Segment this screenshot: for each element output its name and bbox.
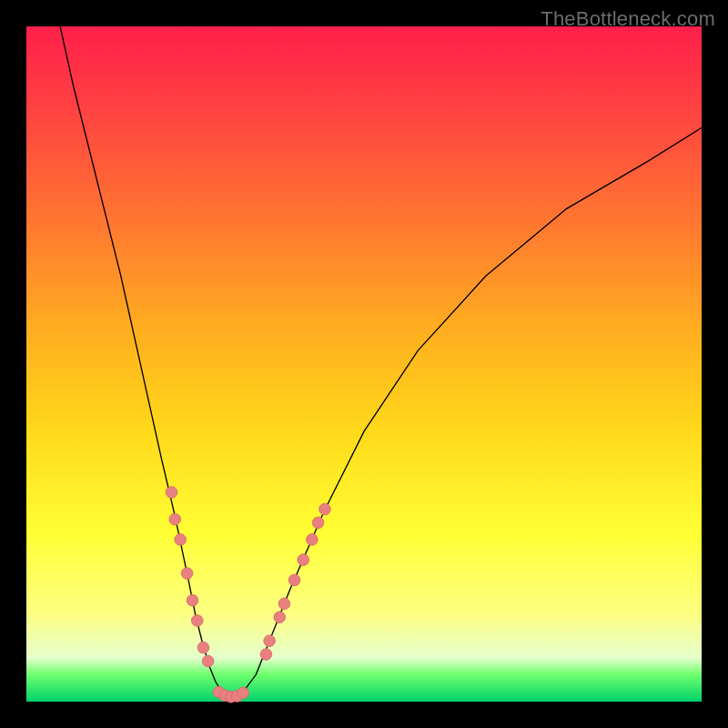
- marker-bottom: [238, 687, 249, 699]
- data-markers: [166, 487, 330, 703]
- marker-left-cluster: [191, 615, 203, 627]
- bottleneck-curve: [60, 26, 702, 698]
- marker-right-cluster: [274, 612, 286, 623]
- marker-right-cluster: [260, 649, 272, 661]
- marker-left-cluster: [175, 534, 187, 546]
- chart-frame: TheBottleneck.com: [0, 0, 728, 728]
- marker-right-cluster: [264, 635, 276, 647]
- marker-right-cluster: [278, 598, 290, 610]
- marker-right-cluster: [307, 534, 318, 546]
- marker-right-cluster: [319, 503, 331, 515]
- marker-left-cluster: [169, 513, 181, 525]
- chart-overlay: [26, 26, 702, 702]
- marker-left-cluster: [187, 594, 198, 606]
- marker-right-cluster: [312, 517, 324, 529]
- marker-left-cluster: [202, 655, 214, 667]
- marker-left-cluster: [197, 642, 209, 653]
- marker-left-cluster: [166, 487, 177, 499]
- marker-right-cluster: [288, 574, 300, 586]
- marker-left-cluster: [181, 568, 193, 580]
- watermark-text: TheBottleneck.com: [541, 7, 715, 31]
- marker-right-cluster: [298, 554, 309, 566]
